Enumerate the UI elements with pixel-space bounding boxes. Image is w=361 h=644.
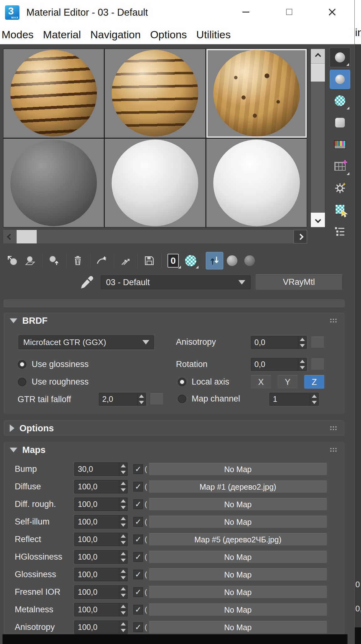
sample-slot-1[interactable] (3, 49, 104, 138)
material-map-navigator-button[interactable] (330, 222, 350, 241)
anisotropy-spinner[interactable]: 0,0 (251, 336, 307, 349)
map-enable-checkbox[interactable]: ✓ (133, 605, 143, 615)
map-amount-spinner[interactable]: 100,0 (74, 585, 128, 599)
spinner-value[interactable]: 2,0 (99, 393, 137, 405)
maps-rollout-header[interactable]: Maps (3, 442, 345, 458)
make-material-copy-button[interactable] (93, 252, 110, 269)
menu-modes[interactable]: Modes (2, 29, 34, 41)
slots-horizontal-scrollbar[interactable] (3, 230, 307, 243)
vertical-scroll-thumb[interactable] (311, 63, 325, 82)
scroll-up-button[interactable] (311, 49, 325, 63)
close-button[interactable] (322, 2, 342, 22)
spinner-value[interactable]: 100,0 (75, 603, 119, 616)
map-slot-button[interactable]: No Map (149, 516, 327, 528)
spinner-arrows[interactable] (119, 463, 127, 476)
go-forward-to-sibling-button[interactable] (241, 252, 258, 269)
spinner-value[interactable]: 100,0 (75, 568, 119, 581)
spinner-value[interactable]: 100,0 (75, 586, 119, 599)
axis-x-button[interactable]: X (251, 375, 271, 389)
material-type-button[interactable]: VRayMtl (256, 274, 342, 290)
spinner-value[interactable]: 0,0 (251, 358, 298, 370)
spinner-arrows[interactable] (119, 480, 127, 493)
map-enable-checkbox[interactable]: ✓ (133, 464, 143, 474)
map-slot-button[interactable]: No Map (149, 621, 327, 634)
spinner-arrows[interactable] (119, 515, 127, 528)
map-enable-checkbox[interactable]: ✓ (133, 587, 143, 597)
reset-material-button[interactable] (69, 252, 87, 269)
map-enable-checkbox[interactable]: ✓ (133, 482, 143, 492)
map-slot-button[interactable]: No Map (149, 498, 327, 511)
map-slot-button[interactable]: No Map (149, 586, 327, 599)
map-enable-checkbox[interactable]: ✓ (133, 622, 143, 632)
menu-material[interactable]: Material (43, 29, 81, 41)
local-axis-label[interactable]: Local axis (192, 377, 229, 387)
horizontal-scroll-thumb[interactable] (17, 230, 37, 243)
use-glossiness-radio[interactable] (18, 360, 26, 369)
map-slot-button[interactable]: No Map (149, 568, 327, 581)
spinner-arrows[interactable] (119, 586, 127, 599)
drag-grip-icon[interactable] (330, 318, 337, 324)
collapsed-rollout-bar[interactable] (3, 299, 345, 308)
sample-slot-5[interactable] (105, 139, 205, 227)
brdf-rollout-header[interactable]: BRDF (3, 312, 345, 329)
map-enable-checkbox[interactable]: ✓ (133, 499, 143, 509)
spinner-value[interactable]: 100,0 (75, 621, 119, 634)
map-amount-spinner[interactable]: 100,0 (74, 620, 128, 634)
map-channel-radio[interactable] (178, 395, 186, 403)
backlight-button[interactable] (330, 70, 350, 89)
spinner-arrows[interactable] (119, 568, 127, 581)
put-material-button[interactable] (45, 252, 63, 269)
spinner-arrows[interactable] (298, 358, 306, 370)
spinner-value[interactable]: 100,0 (75, 551, 119, 563)
spinner-value[interactable]: 100,0 (75, 533, 119, 546)
map-enable-checkbox[interactable]: ✓ (133, 517, 143, 527)
spinner-value[interactable]: 100,0 (75, 480, 119, 493)
local-axis-radio[interactable] (178, 378, 186, 386)
video-color-check-button[interactable] (330, 135, 350, 154)
spinner-arrows[interactable] (119, 603, 127, 616)
spinner-arrows[interactable] (119, 498, 127, 511)
map-amount-spinner[interactable]: 100,0 (74, 603, 128, 616)
minimize-button[interactable] (236, 2, 256, 22)
drag-grip-icon[interactable] (330, 426, 337, 431)
spinner-arrows[interactable] (137, 393, 146, 405)
map-amount-spinner[interactable]: 100,0 (74, 533, 128, 546)
show-shaded-in-viewport-button[interactable] (182, 252, 199, 269)
sample-type-button[interactable] (330, 48, 350, 67)
scroll-right-button[interactable] (294, 230, 307, 243)
anisotropy-map-button[interactable] (311, 337, 324, 348)
put-to-library-button[interactable] (141, 252, 158, 269)
material-id-channel-button[interactable]: 0 (164, 252, 182, 269)
go-to-parent-button[interactable] (223, 252, 241, 269)
sample-uv-tiling-button[interactable] (330, 113, 350, 132)
sample-slot-2[interactable] (105, 49, 205, 138)
map-amount-spinner[interactable]: 100,0 (74, 550, 128, 564)
map-amount-spinner[interactable]: 100,0 (74, 568, 128, 581)
menu-utilities[interactable]: Utilities (196, 29, 231, 41)
gtr-map-button[interactable] (150, 393, 163, 405)
use-glossiness-label[interactable]: Use glossiness (32, 359, 89, 369)
spinner-value[interactable]: 1 (270, 393, 310, 405)
map-slot-button[interactable]: Map #1 (дерево2.jpg) (149, 481, 327, 493)
brdf-type-dropdown[interactable]: Microfacet GTR (GGX) (19, 335, 154, 349)
assign-material-button[interactable] (21, 252, 39, 269)
map-slot-button[interactable]: No Map (149, 551, 327, 563)
drag-grip-icon[interactable] (330, 447, 337, 453)
axis-z-button-active[interactable]: Z (304, 375, 324, 389)
options-rollout-header[interactable]: Options (3, 420, 345, 436)
map-amount-spinner[interactable]: 100,0 (74, 515, 128, 529)
spinner-arrows[interactable] (310, 393, 318, 405)
map-slot-button[interactable]: No Map (149, 604, 327, 616)
spinner-value[interactable]: 100,0 (75, 515, 119, 528)
generate-preview-button[interactable] (330, 157, 350, 176)
sample-slot-3-selected[interactable] (206, 49, 307, 138)
spinner-value[interactable]: 100,0 (75, 498, 119, 511)
sample-slot-4[interactable] (3, 139, 104, 227)
material-name-dropdown[interactable]: 03 - Default (101, 275, 251, 289)
get-material-button[interactable] (4, 252, 21, 269)
pick-material-from-object-button[interactable] (79, 275, 94, 292)
maximize-button[interactable] (279, 2, 299, 22)
rotation-spinner[interactable]: 0,0 (251, 358, 307, 371)
map-enable-checkbox[interactable]: ✓ (133, 535, 143, 544)
spinner-value[interactable]: 0,0 (251, 336, 298, 349)
